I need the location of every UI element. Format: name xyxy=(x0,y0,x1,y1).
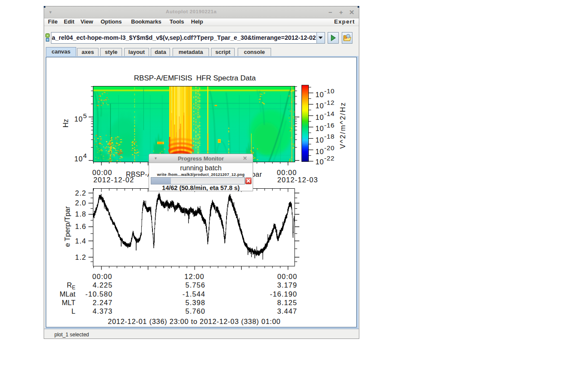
svg-text:-16.190: -16.190 xyxy=(270,290,297,298)
svg-text:1.6: 1.6 xyxy=(75,223,86,230)
svg-text:-22: -22 xyxy=(324,154,334,162)
svg-text:10: 10 xyxy=(316,125,324,132)
svg-text:V^2/m^2/Hz: V^2/m^2/Hz xyxy=(339,102,346,149)
svg-text:2012-12-03: 2012-12-03 xyxy=(278,176,318,184)
svg-text:MLT: MLT xyxy=(62,299,75,306)
svg-text:4: 4 xyxy=(83,152,87,159)
svg-text:2.247: 2.247 xyxy=(93,299,113,306)
svg-text:5.756: 5.756 xyxy=(185,281,206,289)
svg-text:e Tperp/Tpar: e Tperp/Tpar xyxy=(63,206,71,247)
svg-text:RBSP-A: RBSP-A xyxy=(126,171,152,178)
svg-text:8.125: 8.125 xyxy=(277,299,297,306)
svg-text:10: 10 xyxy=(316,136,324,144)
svg-text:00:00: 00:00 xyxy=(277,169,297,176)
svg-text:Hz: Hz xyxy=(62,119,69,128)
svg-text:10: 10 xyxy=(316,113,324,121)
svg-text:10: 10 xyxy=(75,155,83,163)
svg-text:5.760: 5.760 xyxy=(185,307,206,315)
svg-text:3.179: 3.179 xyxy=(277,281,297,289)
svg-text:10: 10 xyxy=(316,158,324,166)
svg-text:-10.580: -10.580 xyxy=(85,290,113,298)
svg-text:-1.544: -1.544 xyxy=(182,290,205,298)
svg-text:RBSP-A/EMFISIS HFR Spectra Da: RBSP-A/EMFISIS HFR Spectra Data xyxy=(134,74,256,82)
svg-text:4.225: 4.225 xyxy=(93,281,113,289)
svg-text:10: 10 xyxy=(316,148,324,155)
svg-text:-16: -16 xyxy=(324,122,334,129)
svg-text:RE: RE xyxy=(67,281,75,291)
svg-text:1.2: 1.2 xyxy=(75,253,86,261)
svg-text:-18: -18 xyxy=(324,133,334,140)
svg-text:10: 10 xyxy=(75,115,83,123)
svg-text:5: 5 xyxy=(83,112,87,119)
svg-text:-10: -10 xyxy=(324,87,334,95)
svg-text:-14: -14 xyxy=(324,110,334,117)
svg-text:4.373: 4.373 xyxy=(93,307,113,315)
svg-text:1.8: 1.8 xyxy=(75,210,86,218)
svg-text:1.4: 1.4 xyxy=(75,237,86,245)
svg-text:-12: -12 xyxy=(324,99,334,106)
svg-text:12:00: 12:00 xyxy=(185,273,205,280)
svg-text:5.398: 5.398 xyxy=(185,299,206,306)
svg-text:2.2: 2.2 xyxy=(75,189,86,197)
svg-text:L: L xyxy=(72,307,75,315)
svg-text:3.447: 3.447 xyxy=(277,307,297,315)
svg-text:10: 10 xyxy=(316,91,324,98)
svg-text:2.0: 2.0 xyxy=(75,199,86,207)
svg-text:2012-12-01 (336) 23:00 to 2012: 2012-12-01 (336) 23:00 to 2012-12-03 (33… xyxy=(108,318,281,325)
svg-text:MLat: MLat xyxy=(60,290,75,298)
svg-text:-20: -20 xyxy=(324,144,334,151)
svg-text:00:00: 00:00 xyxy=(278,273,298,280)
svg-text:00:00: 00:00 xyxy=(93,273,113,280)
svg-text:10: 10 xyxy=(316,102,324,110)
svg-text:00:00: 00:00 xyxy=(93,169,113,176)
